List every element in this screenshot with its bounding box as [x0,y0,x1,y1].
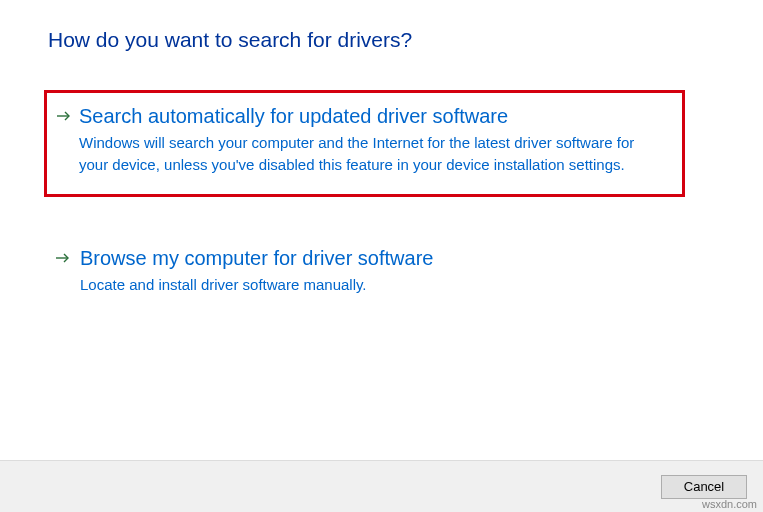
arrow-right-icon [56,253,70,267]
option-title: Browse my computer for driver software [80,247,703,270]
option-search-automatically[interactable]: Search automatically for updated driver … [44,90,685,197]
option-description: Locate and install driver software manua… [80,274,640,296]
watermark-text: wsxdn.com [702,498,757,510]
page-title: How do you want to search for drivers? [48,28,715,52]
arrow-right-icon [57,111,71,125]
option-description: Windows will search your computer and th… [79,132,639,176]
cancel-button[interactable]: Cancel [661,475,747,499]
dialog-footer: Cancel [0,460,763,512]
option-browse-computer[interactable]: Browse my computer for driver software L… [48,237,715,310]
option-title: Search automatically for updated driver … [79,105,670,128]
